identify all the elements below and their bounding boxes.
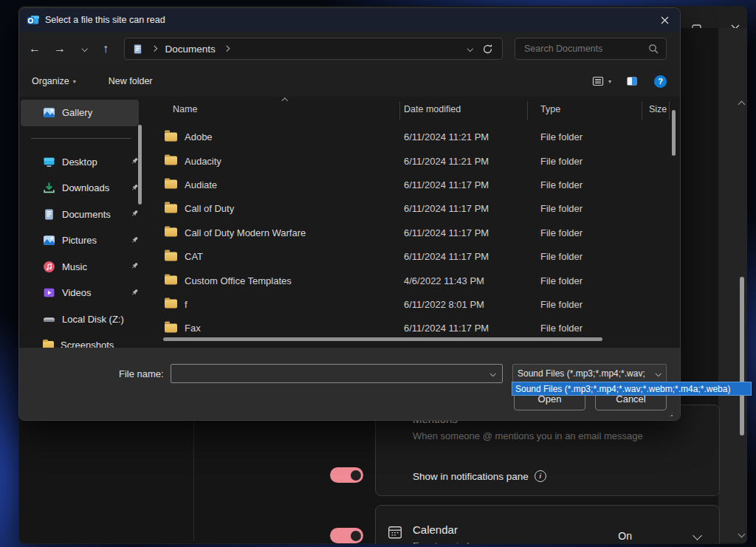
folder-icon [165,276,177,285]
file-type-dropdown-option[interactable]: Sound Files (*.mp3;*.mp4;*.wav;*.webm;*.… [512,382,752,396]
pin-icon [131,287,139,298]
organize-button[interactable]: Organize [32,76,69,86]
documents-icon [132,44,143,55]
sidebar-item-label: Local Disk (Z:) [62,314,124,325]
file-date: 6/11/2024 11:21 PM [404,155,489,166]
column-header-size[interactable]: Size [649,98,667,120]
chevron-down-icon[interactable] [693,531,702,540]
sidebar-item-desktop[interactable]: Desktop [19,149,152,176]
sidebar-item-music[interactable]: Music [19,254,152,281]
column-divider[interactable] [399,101,400,120]
calendar-icon [388,525,402,540]
calendar-toggle[interactable] [330,528,363,543]
dialog-titlebar[interactable]: Select a file this site can read [19,8,680,32]
breadcrumb-documents[interactable]: Documents [165,44,216,55]
info-icon[interactable]: i [535,470,546,482]
file-type: File folder [540,155,583,166]
dialog-close-button[interactable] [653,12,676,28]
table-row[interactable]: Fax 6/11/2024 11:17 PM File folder [156,316,673,340]
sidebar-item-local-disk-z[interactable]: Local Disk (Z:) [19,306,152,333]
file-date: 6/11/2024 11:17 PM [404,323,489,334]
table-row[interactable]: Call of Duty 6/11/2024 11:17 PM File fol… [156,196,673,220]
sidebar-item-downloads[interactable]: Downloads [19,175,152,202]
view-caret-icon[interactable]: ▾ [608,78,611,85]
column-divider[interactable] [642,101,642,120]
sidebar-item-label: Gallery [62,107,92,118]
forward-button[interactable]: → [50,32,69,66]
file-type: File folder [540,131,583,142]
file-type-selected-value: Sound Files (*.mp3;*.mp4;*.wav; [518,368,645,379]
column-header-name[interactable]: Name [173,98,197,120]
address-bar[interactable]: Documents [124,38,503,60]
file-name-input[interactable] [171,364,503,383]
file-type: File folder [540,251,583,262]
sidebar-item-label: Desktop [62,156,97,168]
documents-icon [43,208,55,221]
horizontal-scrollbar-thumb[interactable] [163,337,602,341]
table-row[interactable]: f 6/11/2022 8:01 PM File folder [156,292,673,316]
list-scrollbar-thumb[interactable] [672,110,676,156]
pictures-icon [43,234,55,247]
sidebar-item-videos[interactable]: Videos [19,280,152,306]
refresh-icon[interactable] [482,44,493,55]
file-name: CAT [185,251,203,262]
file-name: Call of Duty [185,203,234,214]
address-dropdown-icon[interactable] [467,46,472,52]
file-type: File folder [540,298,583,309]
mentions-description: When someone @ mentions you in an email … [413,430,643,441]
navigation-bar: ← → ↑ Documents [19,32,680,66]
file-type-select[interactable]: Sound Files (*.mp3;*.mp4;*.wav; [512,364,667,383]
music-icon [43,261,55,273]
notifications-toggle[interactable] [330,467,363,483]
calendar-description: Event reminders [413,540,483,544]
sidebar-item-pictures[interactable]: Pictures [19,227,152,254]
table-row[interactable]: Adobe 6/11/2024 11:21 PM File folder [156,125,673,148]
back-icon: ← [29,42,41,55]
up-button[interactable]: ↑ [96,32,115,66]
table-row[interactable]: Audacity 6/11/2024 11:21 PM File folder [156,148,673,172]
table-row[interactable]: Custom Office Templates 4/6/2022 11:43 P… [156,268,673,292]
up-icon: ↑ [103,42,109,55]
back-button[interactable]: ← [25,32,44,66]
new-folder-button[interactable]: New folder [109,76,153,86]
table-row[interactable]: CAT 6/11/2024 11:17 PM File folder [156,244,673,268]
pin-icon [131,235,139,246]
search-input[interactable] [523,43,636,55]
view-details-icon[interactable] [592,75,604,87]
sidebar-item-gallery[interactable]: Gallery [21,100,139,126]
outlook-logo-icon [27,14,39,27]
chevron-down-icon[interactable] [489,371,495,376]
table-row[interactable]: Call of Duty Modern Warfare 6/11/2024 11… [156,221,673,244]
sidebar-item-label: Videos [62,287,92,298]
folder-icon [165,300,177,309]
file-type: File folder [540,227,583,238]
file-name-label: File name: [119,368,164,379]
resize-grip[interactable] [667,411,674,418]
search-box[interactable] [515,38,667,60]
column-divider[interactable] [527,101,528,120]
navigation-pane: Gallery Desktop [19,97,152,348]
table-row[interactable]: Audiate 6/11/2024 11:17 PM File folder [156,173,673,196]
file-type: File folder [540,323,583,334]
app-scrollbar-thumb[interactable] [740,277,744,436]
folder-icon [165,323,177,332]
file-name: Adobe [185,131,213,142]
sort-ascending-icon[interactable] [282,98,288,104]
sidebar-item-documents[interactable]: Documents [19,202,152,228]
drive-icon [43,313,55,326]
preview-pane-icon[interactable] [626,75,638,87]
sidebar-item-label: Downloads [62,182,109,193]
recent-locations-button[interactable] [75,32,94,66]
calendar-card[interactable]: Calendar Event reminders On [375,505,720,544]
file-date: 6/11/2024 11:21 PM [404,131,489,142]
file-name: f [185,298,188,309]
column-header-type[interactable]: Type [540,98,560,120]
file-date: 4/6/2022 11:43 PM [404,275,484,286]
sidebar-item-label: Documents [62,209,111,220]
file-name: Audiate [185,179,217,190]
help-icon[interactable]: ? [654,75,667,88]
column-header-date-modified[interactable]: Date modified [404,98,461,120]
sidebar-scrollbar-thumb[interactable] [138,125,142,204]
sidebar-item-label: Pictures [62,235,97,246]
column-divider[interactable] [669,101,670,120]
